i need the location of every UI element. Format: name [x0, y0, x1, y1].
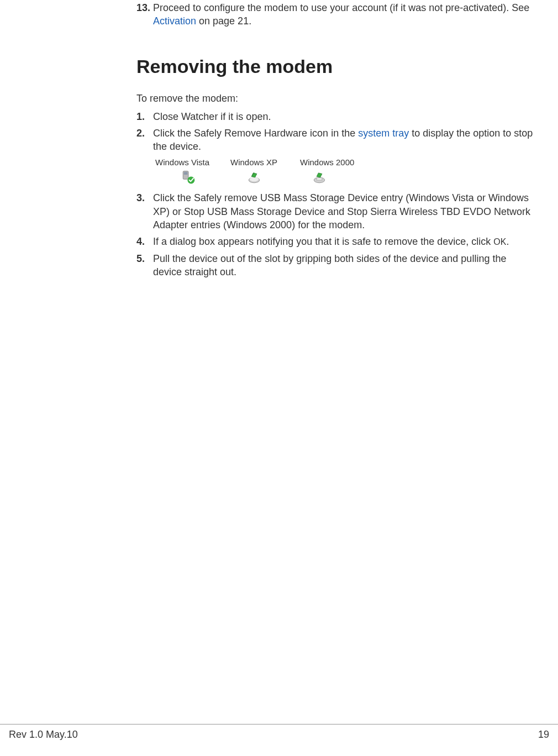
safely-remove-xp-icon: [247, 170, 261, 185]
step-number: 2.: [136, 127, 153, 154]
step-1: 1. Close Watcher if it is open.: [136, 110, 534, 123]
step-text: Click the Safely Remove Hardware icon in…: [153, 127, 534, 154]
step-5: 5. Pull the device out of the slot by gr…: [136, 252, 534, 279]
system-tray-link[interactable]: system tray: [358, 128, 409, 139]
step-number: 13.: [136, 1, 153, 28]
step-4: 4. If a dialog box appears notifying you…: [136, 235, 534, 248]
text-segment: .: [506, 236, 509, 247]
xp-icon-cell: [222, 170, 287, 185]
step-13: 13. Proceed to configure the modem to us…: [136, 1, 534, 28]
safely-remove-vista-icon: [181, 170, 196, 185]
svg-rect-6: [317, 178, 322, 180]
os-header-2000: Windows 2000: [300, 158, 355, 167]
step-2: 2. Click the Safely Remove Hardware icon…: [136, 127, 534, 154]
os-icons-headers: Windows Vista Windows XP Windows 2000: [155, 158, 534, 167]
text-segment: Proceed to configure the modem to use yo…: [153, 2, 529, 13]
text-segment: If a dialog box appears notifying you th…: [153, 236, 493, 247]
step-text: If a dialog box appears notifying you th…: [153, 235, 534, 248]
step-text: Close Watcher if it is open.: [153, 110, 534, 123]
activation-link[interactable]: Activation: [153, 15, 196, 27]
svg-rect-1: [184, 172, 188, 175]
step-3: 3. Click the Safely remove USB Mass Stor…: [136, 191, 534, 232]
page-footer: Rev 1.0 May.10 19: [0, 724, 558, 741]
step-text: Proceed to configure the modem to use yo…: [153, 1, 534, 28]
step-number: 1.: [136, 110, 153, 123]
intro-text: To remove the modem:: [136, 93, 534, 104]
footer-page-number: 19: [538, 729, 549, 741]
svg-point-4: [250, 177, 259, 182]
text-segment: on page 21.: [196, 15, 251, 27]
footer-revision: Rev 1.0 May.10: [9, 729, 78, 741]
os-header-vista: Windows Vista: [155, 158, 210, 167]
os-header-xp: Windows XP: [230, 158, 280, 167]
vista-icon-cell: [155, 170, 222, 185]
text-segment: Click the Safely Remove Hardware icon in…: [153, 128, 358, 139]
os-icons-images: [155, 170, 534, 185]
ok-label: OK: [493, 237, 506, 246]
step-text: Click the Safely remove USB Mass Storage…: [153, 191, 534, 232]
section-heading: Removing the modem: [136, 56, 534, 77]
safely-remove-2000-icon: [312, 170, 327, 185]
w2k-icon-cell: [287, 170, 352, 185]
step-number: 5.: [136, 252, 153, 279]
step-number: 4.: [136, 235, 153, 248]
step-text: Pull the device out of the slot by gripp…: [153, 252, 534, 279]
step-number: 3.: [136, 191, 153, 232]
os-icons-row: Windows Vista Windows XP Windows 2000: [155, 158, 534, 185]
document-content: 13. Proceed to configure the modem to us…: [136, 1, 534, 282]
